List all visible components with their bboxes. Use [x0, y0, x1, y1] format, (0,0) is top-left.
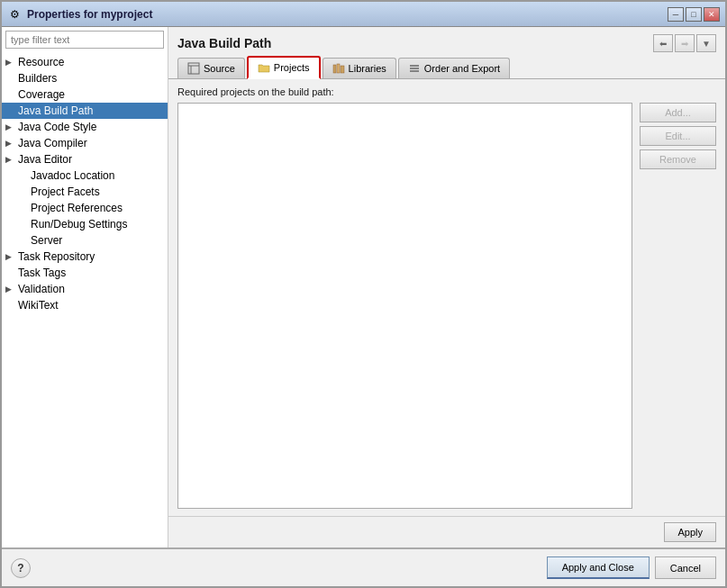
sidebar-item-label: Run/Debug Settings: [31, 218, 127, 231]
sidebar-item-wikitext[interactable]: WikiText: [2, 297, 168, 313]
sidebar-item-task-tags[interactable]: Task Tags: [2, 265, 168, 281]
arrow-icon: ▶: [5, 139, 18, 148]
content-description: Required projects on the build path:: [177, 86, 716, 97]
cancel-button[interactable]: Cancel: [655, 556, 716, 579]
tab-order-label: Order and Export: [424, 63, 500, 74]
sidebar-item-label: Java Code Style: [18, 121, 96, 133]
main-content: Java Build Path ⬅ ➡ ▼: [168, 27, 725, 547]
sidebar-item-label: Java Editor: [18, 153, 72, 166]
sidebar-item-builders[interactable]: Builders: [2, 70, 168, 86]
sidebar-item-javadoc-location[interactable]: Javadoc Location: [2, 167, 168, 184]
tab-order-export[interactable]: Order and Export: [398, 58, 510, 78]
dialog-body: ▶ Resource Builders Coverage Java Build …: [2, 27, 725, 547]
sidebar-item-project-references[interactable]: Project References: [2, 200, 168, 216]
order-tab-icon: [408, 62, 421, 75]
tab-projects[interactable]: Projects: [247, 56, 321, 79]
add-button[interactable]: Add...: [640, 103, 716, 122]
remove-button[interactable]: Remove: [640, 149, 716, 169]
content-area: Add... Edit... Remove: [177, 103, 716, 509]
svg-rect-3: [333, 65, 336, 73]
main-header: Java Build Path ⬅ ➡ ▼: [168, 27, 725, 56]
libraries-tab-icon: [332, 62, 345, 75]
edit-button[interactable]: Edit...: [640, 126, 716, 146]
projects-list[interactable]: [177, 103, 632, 509]
sidebar-item-label: Builders: [18, 72, 57, 85]
tab-libraries[interactable]: Libraries: [323, 58, 396, 78]
arrow-icon: ▶: [5, 58, 18, 67]
sidebar-item-java-build-path[interactable]: Java Build Path: [2, 103, 168, 119]
window-title: Properties for myproject: [27, 8, 668, 21]
sidebar-item-label: WikiText: [18, 299, 59, 312]
sidebar-item-validation[interactable]: ▶ Validation: [2, 281, 168, 297]
close-button[interactable]: ✕: [704, 7, 720, 22]
sidebar-tree: ▶ Resource Builders Coverage Java Build …: [2, 52, 168, 547]
svg-rect-0: [188, 63, 199, 74]
help-button[interactable]: ?: [11, 558, 31, 578]
arrow-icon: ▶: [5, 122, 18, 131]
bottom-bar: Apply: [168, 516, 725, 547]
sidebar-item-server[interactable]: Server: [2, 232, 168, 249]
tab-libraries-label: Libraries: [349, 63, 386, 74]
nav-forward-button[interactable]: ➡: [675, 34, 695, 52]
sidebar-item-label: Coverage: [18, 88, 65, 101]
tab-source[interactable]: Source: [177, 58, 245, 78]
svg-rect-5: [341, 66, 344, 73]
arrow-icon: ▶: [5, 252, 18, 261]
sidebar-item-coverage[interactable]: Coverage: [2, 86, 168, 103]
apply-button[interactable]: Apply: [664, 522, 716, 542]
tab-projects-label: Projects: [274, 62, 310, 73]
sidebar-item-label: Java Compiler: [18, 137, 87, 149]
footer-buttons: Apply and Close Cancel: [547, 556, 716, 579]
window-icon: ⚙: [7, 7, 22, 22]
content-panel: Required projects on the build path: Add…: [168, 79, 725, 516]
dialog-window: ⚙ Properties for myproject ─ □ ✕ ▶ Resou…: [0, 0, 727, 588]
arrow-icon: ▶: [5, 155, 18, 164]
projects-tab-icon: [258, 61, 270, 74]
sidebar-item-resource[interactable]: ▶ Resource: [2, 54, 168, 70]
tabs-container: Source Projects: [168, 56, 725, 79]
sidebar-item-java-code-style[interactable]: ▶ Java Code Style: [2, 119, 168, 135]
apply-close-button[interactable]: Apply and Close: [547, 556, 650, 579]
sidebar-item-run-debug[interactable]: Run/Debug Settings: [2, 216, 168, 232]
sidebar-item-label: Javadoc Location: [31, 169, 114, 182]
sidebar-item-label: Validation: [18, 283, 65, 295]
sidebar-item-java-editor[interactable]: ▶ Java Editor: [2, 151, 168, 167]
minimize-button[interactable]: ─: [668, 7, 684, 22]
svg-rect-4: [337, 64, 340, 73]
side-buttons: Add... Edit... Remove: [640, 103, 716, 509]
filter-input[interactable]: [5, 31, 164, 49]
main-title: Java Build Path: [177, 36, 271, 50]
arrow-icon: ▶: [5, 285, 18, 294]
dialog-footer: ? Apply and Close Cancel: [2, 547, 725, 586]
source-tab-icon: [187, 62, 200, 75]
nav-back-button[interactable]: ⬅: [653, 34, 673, 52]
nav-dropdown-button[interactable]: ▼: [696, 34, 716, 52]
sidebar-item-java-compiler[interactable]: ▶ Java Compiler: [2, 135, 168, 151]
header-nav: ⬅ ➡ ▼: [653, 34, 716, 52]
title-bar-buttons: ─ □ ✕: [668, 7, 720, 22]
sidebar-item-label: Java Build Path: [18, 104, 93, 117]
restore-button[interactable]: □: [686, 7, 702, 22]
sidebar-item-label: Task Repository: [18, 250, 95, 263]
sidebar-item-label: Project References: [31, 202, 123, 214]
sidebar-item-label: Task Tags: [18, 267, 66, 279]
title-bar: ⚙ Properties for myproject ─ □ ✕: [2, 2, 725, 27]
sidebar-item-task-repository[interactable]: ▶ Task Repository: [2, 249, 168, 265]
tab-source-label: Source: [204, 63, 235, 74]
sidebar-item-label: Server: [31, 234, 62, 247]
sidebar-item-label: Project Facets: [31, 185, 100, 198]
sidebar-item-label: Resource: [18, 56, 64, 68]
sidebar-item-project-facets[interactable]: Project Facets: [2, 184, 168, 200]
sidebar: ▶ Resource Builders Coverage Java Build …: [2, 27, 168, 547]
